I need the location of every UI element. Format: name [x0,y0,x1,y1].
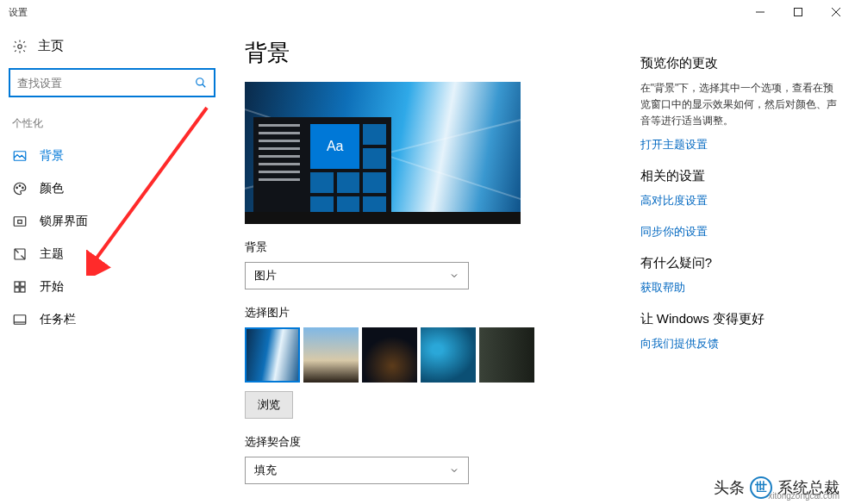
related-settings-heading: 相关的设置 [640,168,838,184]
svg-rect-14 [15,282,19,286]
sidebar-item-label: 颜色 [40,181,64,196]
picture-thumbnails [245,327,640,383]
palette-icon [12,181,28,196]
sidebar-item-label: 主题 [40,246,64,262]
svg-point-5 [197,78,203,85]
search-box[interactable] [9,68,215,97]
search-icon [195,77,207,89]
sidebar-item-label: 背景 [40,148,64,164]
open-theme-settings-link[interactable]: 打开主题设置 [640,137,838,152]
minimize-button[interactable] [741,0,779,24]
svg-point-9 [19,185,21,187]
gear-icon [12,39,28,54]
make-windows-better-heading: 让 Windows 变得更好 [640,311,838,327]
preview-taskbar [245,212,521,224]
sidebar-item-label: 锁屏界面 [40,214,88,229]
image-icon [12,148,28,164]
feedback-link[interactable]: 向我们提供反馈 [640,336,838,352]
svg-rect-12 [18,221,22,224]
sidebar-item-taskbar[interactable]: 任务栏 [7,303,217,336]
lockscreen-icon [12,214,28,229]
fit-dropdown[interactable]: 填充 [245,457,469,484]
svg-point-8 [16,187,18,189]
sidebar-item-label: 开始 [40,279,64,295]
get-help-link[interactable]: 获取帮助 [640,280,838,296]
dropdown-value: 填充 [254,463,277,478]
home-button[interactable]: 主页 [7,31,217,65]
sidebar: 主页 个性化 背景 颜色 锁屏界面 主题 开始 [0,24,224,504]
fit-label: 选择契合度 [245,434,640,450]
theme-icon [12,246,28,262]
svg-rect-16 [15,288,19,292]
background-type-dropdown[interactable]: 图片 [245,262,469,289]
svg-rect-15 [21,282,25,286]
high-contrast-link[interactable]: 高对比度设置 [640,193,838,208]
right-column: 预览你的更改 在"背景"下，选择其中一个选项，查看在预览窗口中的显示效果如何，然… [640,38,838,504]
svg-point-4 [18,44,22,48]
preview-changes-text: 在"背景"下，选择其中一个选项，查看在预览窗口中的显示效果如何，然后对颜色、声音… [640,80,838,130]
preview-startmenu: Aa [253,117,391,212]
chevron-down-icon [449,465,459,476]
sidebar-item-themes[interactable]: 主题 [7,238,217,271]
chevron-down-icon [449,271,459,281]
titlebar: 设置 [0,0,855,24]
home-label: 主页 [38,38,64,54]
browse-button[interactable]: 浏览 [245,391,293,419]
sidebar-item-lockscreen[interactable]: 锁屏界面 [7,205,217,238]
maximize-button[interactable] [779,0,817,24]
main: 背景 Aa 背景 [224,24,855,504]
section-label: 个性化 [7,113,217,140]
close-button[interactable] [817,0,855,24]
start-icon [12,279,28,295]
background-preview: Aa [245,82,521,224]
preview-changes-heading: 预览你的更改 [640,55,838,72]
wallpaper-thumb-4[interactable] [421,327,476,383]
sidebar-item-start[interactable]: 开始 [7,271,217,303]
taskbar-icon [12,312,28,327]
question-heading: 有什么疑问? [640,255,838,271]
svg-line-6 [203,84,206,88]
window-title: 设置 [9,6,28,19]
wallpaper-thumb-5[interactable] [479,327,534,383]
svg-rect-11 [14,217,26,227]
wallpaper-thumb-3[interactable] [362,327,417,383]
sidebar-item-label: 任务栏 [40,312,76,327]
wallpaper-thumb-1[interactable] [245,327,300,383]
search-input[interactable] [17,77,195,90]
sidebar-item-colors[interactable]: 颜色 [7,172,217,205]
window-controls [741,0,855,24]
svg-point-10 [22,187,24,189]
wallpaper-thumb-2[interactable] [303,327,359,383]
sync-settings-link[interactable]: 同步你的设置 [640,224,838,240]
preview-sample-tile: Aa [310,124,359,169]
page-title: 背景 [245,38,640,68]
choose-picture-label: 选择图片 [245,305,640,320]
sidebar-item-background[interactable]: 背景 [7,140,217,172]
dropdown-value: 图片 [254,268,277,283]
background-type-label: 背景 [245,240,640,255]
svg-rect-1 [795,9,802,16]
svg-rect-18 [14,315,26,325]
svg-rect-17 [21,288,25,292]
